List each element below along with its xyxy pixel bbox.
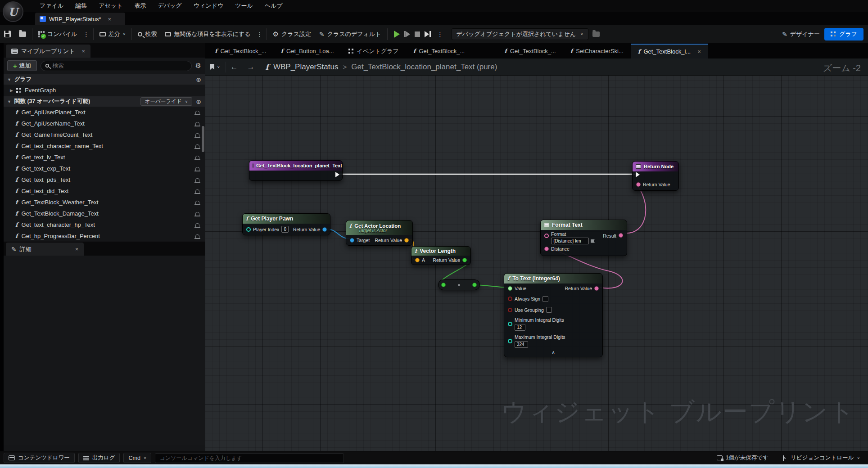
menu-window[interactable]: ウィンドウ bbox=[194, 2, 224, 10]
bell-icon[interactable] bbox=[195, 189, 199, 193]
stop-icon[interactable] bbox=[415, 32, 420, 37]
back-arrow-icon[interactable]: ← bbox=[226, 63, 243, 72]
function-row[interactable]: fGet_ApiUserPlanet_Text bbox=[4, 107, 205, 118]
node-return[interactable]: Return Node Return Value bbox=[632, 161, 679, 191]
scrollbar[interactable] bbox=[202, 126, 204, 152]
blueprint-graph-canvas[interactable]: ∨ ← → f WBP_PlayerStatus > Get_TextBlock… bbox=[205, 58, 868, 451]
output-log-button[interactable]: 出力ログ bbox=[78, 453, 120, 463]
function-row[interactable]: fGet_ApiUserName_Text bbox=[4, 118, 205, 129]
doc-tab[interactable]: fSetCharacterSki... bbox=[563, 44, 631, 58]
class-settings-button[interactable]: ⚙ クラス設定 bbox=[269, 25, 315, 43]
blueprint-search[interactable] bbox=[41, 61, 192, 71]
tab-details[interactable]: ✎ 詳細 × bbox=[6, 243, 84, 256]
play-options-icon[interactable]: ⋮ bbox=[435, 31, 445, 38]
close-icon[interactable]: × bbox=[81, 48, 85, 54]
menu-help[interactable]: ヘルプ bbox=[265, 2, 283, 10]
exec-out-pin[interactable] bbox=[335, 172, 339, 177]
panel-settings-gear-icon[interactable]: ⚙ bbox=[195, 62, 201, 70]
bell-icon[interactable] bbox=[195, 156, 199, 159]
knot-in-pin[interactable] bbox=[441, 283, 446, 287]
result-pin[interactable] bbox=[619, 233, 623, 238]
function-row[interactable]: fGet_TextBlock_Damage_Text bbox=[4, 208, 205, 219]
function-row[interactable]: fGet_text_exp_Text bbox=[4, 163, 205, 174]
min-integral-digits-pin[interactable] bbox=[508, 322, 512, 326]
class-defaults-button[interactable]: ✎ クラスのデフォルト bbox=[315, 25, 385, 43]
function-row[interactable]: fGet_hp_ProgressBar_Percent bbox=[4, 230, 205, 242]
distance-pin[interactable] bbox=[544, 247, 549, 251]
return-value-pin[interactable] bbox=[404, 238, 409, 243]
menu-debug[interactable]: デバッグ bbox=[158, 2, 181, 10]
menu-tools[interactable]: ツール bbox=[235, 2, 253, 10]
debug-browse-button[interactable] bbox=[588, 25, 604, 43]
function-row[interactable]: fGet_text_character_name_Text bbox=[4, 140, 205, 152]
return-value-pin[interactable] bbox=[594, 286, 599, 291]
override-dropdown[interactable]: オーバーライド∨ bbox=[140, 97, 192, 106]
bell-icon[interactable] bbox=[195, 133, 199, 137]
bookmarks-dropdown[interactable]: ∨ bbox=[205, 62, 226, 72]
knot-out-pin[interactable] bbox=[472, 283, 477, 287]
doc-tab[interactable]: fGet_TextBlock_... bbox=[406, 44, 472, 58]
menu-asset[interactable]: アセット bbox=[99, 2, 122, 10]
target-pin[interactable] bbox=[350, 238, 354, 243]
value-pin[interactable] bbox=[508, 286, 512, 291]
search-input[interactable] bbox=[52, 63, 187, 69]
node-reroute-knot[interactable] bbox=[438, 279, 480, 290]
doc-tab-event-graph[interactable]: イベントグラフ bbox=[341, 44, 406, 58]
cmd-dropdown[interactable]: Cmd∨ bbox=[123, 453, 151, 463]
menu-view[interactable]: 表示 bbox=[134, 2, 146, 10]
close-icon[interactable]: × bbox=[697, 48, 701, 55]
node-format-text[interactable]: Format Text Format {Distance} km Result … bbox=[540, 220, 627, 256]
graph-mode-button[interactable]: グラフ bbox=[824, 28, 863, 40]
always-sign-checkbox[interactable] bbox=[542, 296, 548, 302]
tab-my-blueprint[interactable]: マイブループリント × bbox=[6, 45, 90, 58]
node-function-entry[interactable]: Get_TextBlock_location_planet_Text bbox=[249, 160, 343, 181]
breadcrumb-root[interactable]: WBP_PlayerStatus bbox=[273, 63, 339, 72]
section-graphs[interactable]: ▼ グラフ ⊕ bbox=[4, 74, 205, 85]
function-row[interactable]: fGet_GameTimeCount_Text bbox=[4, 129, 205, 140]
always-sign-pin[interactable] bbox=[508, 297, 512, 301]
bell-icon[interactable] bbox=[195, 178, 199, 182]
bell-icon[interactable] bbox=[195, 167, 199, 171]
bell-icon[interactable] bbox=[195, 111, 199, 114]
menu-file[interactable]: ファイル bbox=[40, 2, 63, 10]
return-value-pin[interactable] bbox=[636, 182, 641, 187]
console-command-input[interactable] bbox=[155, 453, 344, 463]
player-index-pin[interactable] bbox=[246, 227, 251, 232]
flag-icon[interactable] bbox=[591, 239, 595, 243]
section-functions[interactable]: ▼ 関数 (37 オーバーライド可能) オーバーライド∨ ⊕ bbox=[4, 96, 205, 107]
save-button[interactable] bbox=[0, 25, 15, 43]
function-row[interactable]: fGet_TextBlock_Weather_Text bbox=[4, 197, 205, 208]
return-value-pin[interactable] bbox=[322, 227, 327, 232]
collapse-chevron-icon[interactable]: ∧ bbox=[504, 350, 602, 355]
diff-button[interactable]: 差分∨ bbox=[95, 25, 130, 43]
min-digits-input[interactable]: 12 bbox=[515, 324, 525, 331]
exec-in-pin[interactable] bbox=[636, 172, 640, 177]
step-icon[interactable] bbox=[404, 31, 410, 37]
node-get-actor-location[interactable]: f Get Actor Location Target is Actor Tar… bbox=[346, 220, 413, 246]
max-integral-digits-pin[interactable] bbox=[508, 339, 512, 343]
add-button[interactable]: + 追加 bbox=[7, 60, 37, 71]
add-function-icon[interactable]: ⊕ bbox=[196, 98, 201, 105]
doc-tab[interactable]: fGet_Button_Loa... bbox=[273, 44, 341, 58]
compile-button[interactable]: ✓ コンパイル bbox=[34, 25, 81, 43]
debug-object-dropdown[interactable]: デバッグオブジェクトが選択されていません∨ bbox=[452, 28, 588, 40]
return-value-pin[interactable] bbox=[462, 258, 467, 262]
revision-control-button[interactable]: リビジョンコントロール ∨ bbox=[778, 453, 864, 463]
max-digits-input[interactable]: 324 bbox=[515, 341, 528, 348]
bell-icon[interactable] bbox=[195, 122, 199, 126]
unsaved-status[interactable]: 1個が未保存です bbox=[712, 453, 773, 463]
node-to-text-integer64[interactable]: f To Text (Integer64) Value Return Value… bbox=[504, 273, 603, 357]
bell-icon[interactable] bbox=[195, 144, 199, 148]
find-button[interactable]: 検索 bbox=[134, 25, 161, 43]
forward-arrow-icon[interactable]: → bbox=[243, 63, 259, 72]
function-row[interactable]: fGet_text_character_hp_Text bbox=[4, 219, 205, 230]
format-pin[interactable] bbox=[544, 234, 549, 238]
node-vector-length[interactable]: f Vector Length A Return Value bbox=[411, 246, 471, 265]
close-icon[interactable]: × bbox=[75, 246, 79, 252]
doc-tab[interactable]: fGet_TextBlock_... bbox=[497, 44, 563, 58]
player-index-input[interactable]: 0 bbox=[281, 226, 289, 233]
function-row[interactable]: fGet_text_pds_Text bbox=[4, 174, 205, 185]
play-icon[interactable] bbox=[394, 31, 400, 38]
function-row[interactable]: fGet_text_lv_Text bbox=[4, 152, 205, 163]
doc-tab[interactable]: fGet_TextBlock_... bbox=[208, 44, 273, 58]
